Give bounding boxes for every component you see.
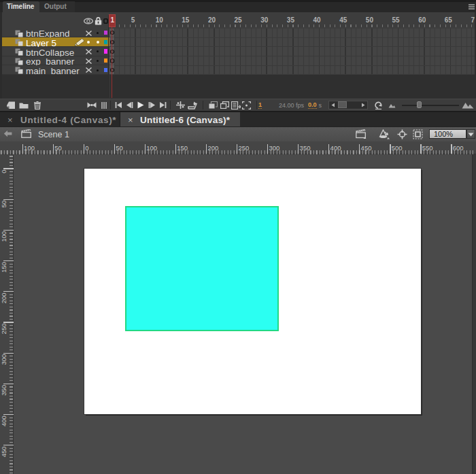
svg-text:150: 150	[0, 262, 7, 273]
svg-text:300: 300	[0, 354, 7, 365]
svg-text:250: 250	[0, 324, 7, 335]
svg-text:100: 100	[0, 231, 7, 242]
svg-text:50: 50	[0, 201, 7, 208]
svg-text:350: 350	[0, 385, 7, 396]
svg-text:450: 450	[0, 446, 7, 457]
svg-text:200: 200	[0, 292, 7, 303]
svg-text:0: 0	[0, 170, 7, 173]
svg-text:400: 400	[0, 416, 7, 426]
